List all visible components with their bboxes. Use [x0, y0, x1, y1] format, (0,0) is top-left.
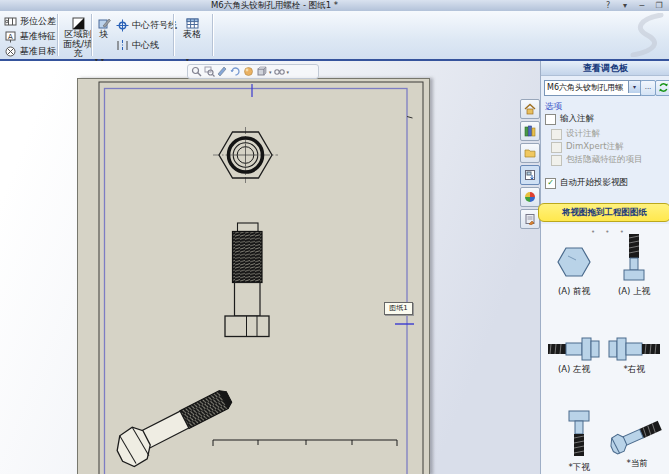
- drag-views-hint-banner: 将视图拖到工程图图纸: [538, 203, 669, 222]
- current-view-thumbnail: [610, 414, 664, 456]
- refresh-icon: [658, 82, 669, 93]
- properties-icon: [524, 213, 536, 225]
- view-orientation-icon[interactable]: [256, 66, 267, 77]
- front-view-thumbnail: [552, 240, 596, 284]
- checkbox-auto-start-projected-view[interactable]: ✓ 自动开始投影视图: [545, 177, 628, 189]
- zoom-area-icon[interactable]: [204, 66, 215, 77]
- left-view-thumbnail: [546, 336, 602, 362]
- svg-text:A: A: [8, 33, 13, 41]
- view-palette-panel: 查看调色板 M6六角头铰制孔用螺 ▾ ... 选项 输入注解 设计注解 DimX…: [540, 61, 669, 474]
- centerline-button[interactable]: 中心线: [116, 39, 159, 52]
- command-manager-ribbon: 形位公差 A 基准特征 基准目标 区域剖 面线/填 充 ▾ 块 ▾ 中心符号线: [0, 11, 669, 61]
- datum-feature-label: 基准特征: [20, 30, 56, 43]
- datum-target-label: 基准目标: [20, 45, 56, 58]
- table-button[interactable]: 表格: [177, 17, 207, 40]
- panel-title: 查看调色板: [541, 61, 669, 76]
- heads-up-view-toolbar: ▾ ▾: [187, 64, 319, 79]
- checkbox-box: [551, 129, 562, 140]
- view-palette-icon: [524, 169, 536, 181]
- hide-show-items-icon[interactable]: [274, 66, 285, 77]
- books-icon: [524, 125, 536, 137]
- graphics-area[interactable]: ▾ ▾ 图纸1 ••: [0, 61, 540, 474]
- window-title: M6六角头铰制孔用螺栓 - 图纸1 *: [0, 0, 549, 11]
- zone-tick: [407, 117, 413, 119]
- gtol-label: 形位公差: [20, 15, 56, 28]
- hide-show-dropdown-icon[interactable]: ▾: [287, 69, 290, 75]
- refresh-button[interactable]: [655, 80, 669, 96]
- palette-view-left[interactable]: (A) 左视: [544, 336, 604, 376]
- palette-view-current[interactable]: *当前: [607, 414, 667, 470]
- checkbox-label: DimXpert注解: [566, 141, 623, 153]
- checkbox-dimxpert-annotations: DimXpert注解: [551, 141, 623, 153]
- options-label: 选项: [545, 101, 562, 113]
- restore-button[interactable]: ❐: [653, 0, 665, 11]
- checkbox-include-hidden-items: 包括隐藏特征的项目: [551, 154, 643, 166]
- table-label: 表格: [183, 30, 201, 40]
- drawing-view-top[interactable]: [225, 223, 269, 337]
- solidworks-window: M6六角头铰制孔用螺栓 - 图纸1 * ? ▾ ─ ❐ 形位公差 A 基准特征 …: [0, 0, 669, 474]
- block-button[interactable]: 块: [95, 17, 113, 40]
- solidworks-watermark: [621, 13, 667, 57]
- checkbox-box: [551, 155, 562, 166]
- browse-button[interactable]: ...: [640, 80, 656, 96]
- checkbox-label: 输入注解: [560, 113, 594, 125]
- document-dropdown[interactable]: M6六角头铰制孔用螺 ▾: [544, 80, 641, 96]
- palette-view-label: *当前: [607, 458, 667, 470]
- checkbox-label: 包括隐藏特征的项目: [566, 154, 643, 166]
- view-orientation-dropdown-icon[interactable]: ▾: [269, 69, 272, 75]
- view-palette-thumbnails: • • • (A) 前视 (A) 上视: [541, 224, 669, 474]
- centerline-icon: [116, 39, 129, 52]
- checkbox-label: 设计注解: [566, 128, 600, 140]
- title-block-border: [213, 440, 397, 446]
- tab-appearances[interactable]: [520, 187, 540, 207]
- up-view-thumbnail: [619, 232, 649, 284]
- minimize-button[interactable]: ─: [636, 0, 648, 11]
- tab-custom-properties[interactable]: [520, 209, 540, 229]
- datum-target-icon: [4, 45, 17, 58]
- tab-design-library[interactable]: [520, 121, 540, 141]
- checkbox-checked-box[interactable]: ✓: [545, 178, 556, 189]
- down-view-thumbnail: [564, 408, 594, 460]
- edit-appearance-icon[interactable]: [243, 66, 254, 77]
- center-mark-icon: [116, 19, 129, 32]
- tab-file-explorer[interactable]: [520, 143, 540, 163]
- checkbox-label: 自动开始投影视图: [560, 177, 628, 189]
- palette-view-label: (A) 前视: [544, 286, 604, 298]
- palette-view-label: *右视: [604, 364, 664, 376]
- checkbox-box[interactable]: [545, 114, 556, 125]
- help-button[interactable]: ?: [602, 0, 614, 11]
- rotate-view-icon[interactable]: [230, 66, 241, 77]
- home-icon: [524, 103, 536, 115]
- palette-view-right[interactable]: *右视: [604, 336, 664, 376]
- area-hatch-label-3: 充: [74, 49, 83, 59]
- area-hatch-button[interactable]: 区域剖 面线/填 充: [61, 17, 95, 59]
- chevron-down-icon[interactable]: ▾: [628, 81, 640, 93]
- palette-view-front[interactable]: (A) 前视: [544, 240, 604, 298]
- document-dropdown-value: M6六角头铰制孔用螺: [547, 83, 623, 92]
- block-label: 块: [100, 30, 109, 40]
- gtol-button[interactable]: 形位公差: [4, 15, 56, 28]
- checkbox-import-annotations[interactable]: 输入注解: [545, 113, 594, 125]
- center-mark-button[interactable]: 中心符号线: [116, 19, 177, 32]
- palette-view-label: (A) 左视: [544, 364, 604, 376]
- checkbox-box: [551, 142, 562, 153]
- gtol-icon: [4, 15, 17, 28]
- folder-icon: [524, 147, 536, 159]
- palette-view-up[interactable]: (A) 上视: [604, 232, 664, 298]
- tab-solidworks-resources[interactable]: [520, 99, 540, 119]
- drawing-view-isometric[interactable]: [111, 382, 238, 470]
- section-view-icon[interactable]: [217, 66, 228, 77]
- palette-view-label: *下视: [549, 462, 609, 474]
- datum-target-button[interactable]: 基准目标: [4, 45, 56, 58]
- palette-view-label: (A) 上视: [604, 286, 664, 298]
- zoom-fit-icon[interactable]: [191, 66, 202, 77]
- palette-view-down[interactable]: *下视: [549, 408, 609, 474]
- drawing-view-front[interactable]: [213, 127, 278, 183]
- right-view-thumbnail: [606, 336, 662, 362]
- datum-feature-button[interactable]: A 基准特征: [4, 30, 56, 43]
- checkbox-design-annotations: 设计注解: [551, 128, 600, 140]
- titlebar-dropdown-button[interactable]: ▾: [619, 0, 631, 11]
- appearances-sphere-icon: [524, 191, 536, 203]
- sheet-name-tooltip: 图纸1: [384, 302, 413, 315]
- tab-view-palette[interactable]: [520, 165, 540, 185]
